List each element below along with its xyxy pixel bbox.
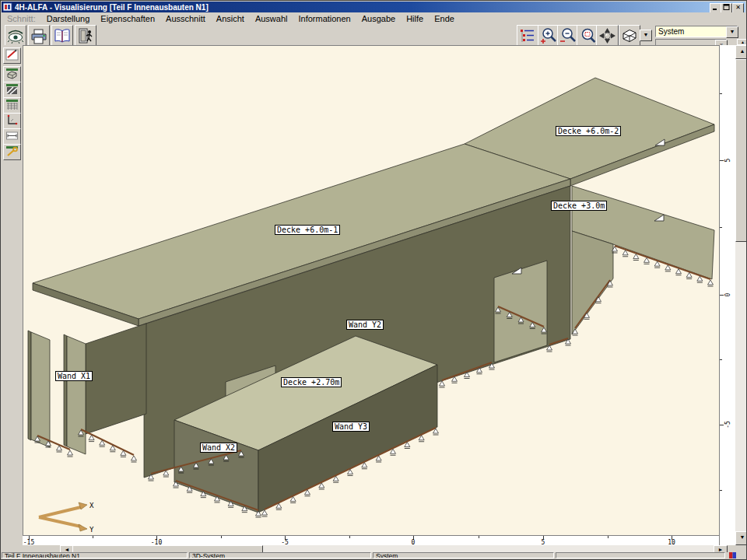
- title-bar[interactable]: 4H-ALFA - Visualisierung [Teil F Innenau…: [2, 2, 745, 12]
- display-options-button[interactable]: [517, 25, 538, 47]
- element-tag-label[interactable]: Wand Y3: [332, 422, 370, 432]
- axis-y-label: Y: [89, 526, 94, 534]
- axis-x-label: X: [89, 502, 94, 509]
- vertical-scrollbar[interactable]: ▲ ▼: [735, 45, 747, 545]
- zoom-in-button[interactable]: [538, 25, 559, 47]
- ruler-minor-tick: [720, 359, 722, 360]
- status-project: Teil F Innenausbauten N1: [2, 552, 188, 558]
- wall-opening-2[interactable]: [494, 261, 547, 362]
- system-combobox-value: System: [658, 27, 684, 36]
- ruler-tick-label: 5: [724, 154, 732, 166]
- axis-y-arrow: [39, 517, 81, 527]
- book-icon: [53, 26, 72, 45]
- zoom-out-button[interactable]: [557, 25, 579, 47]
- menu-hilfe[interactable]: Hilfe: [401, 14, 429, 23]
- scroll-up-button[interactable]: ▲: [735, 45, 747, 59]
- manual-button[interactable]: [51, 25, 73, 47]
- menu-bar: Schnitt: Darstellung Eigenschaften Aussc…: [2, 12, 745, 24]
- menu-darstellung[interactable]: Darstellung: [41, 14, 96, 23]
- menu-eigenschaften[interactable]: Eigenschaften: [95, 14, 160, 23]
- settings-tools-button[interactable]: [3, 144, 21, 160]
- view-3d-dropdown[interactable]: ▼: [640, 30, 652, 41]
- application-window: 4H-ALFA - Visualisierung [Teil F Innenau…: [0, 0, 747, 560]
- left-inner-wall[interactable]: [86, 324, 146, 434]
- status-extra: [556, 552, 725, 558]
- ruler-tick-label: -5: [724, 418, 732, 431]
- support-symbol: [262, 510, 268, 515]
- status-indicator-icon: [729, 552, 737, 558]
- display-list-icon: [518, 26, 537, 45]
- mesh-grid-icon: [5, 99, 19, 110]
- wall-base-line: [81, 429, 134, 455]
- zoom-window-button[interactable]: [577, 25, 598, 47]
- axes-icon: [5, 114, 19, 126]
- menu-ansicht[interactable]: Ansicht: [211, 14, 250, 23]
- ruler-minor-tick: [479, 536, 479, 538]
- exit-door-icon: [76, 26, 95, 45]
- scroll-down-button[interactable]: ▼: [735, 531, 747, 545]
- scene-3d-view[interactable]: XY: [23, 46, 719, 535]
- ruler-minor-tick: [720, 227, 722, 228]
- zoom-out-icon: [559, 26, 577, 45]
- ruler-tick-label: -15: [23, 539, 39, 545]
- dimensions-icon: [5, 130, 19, 142]
- ruler-major-tick: [720, 425, 724, 425]
- menu-auswahl[interactable]: Auswahl: [250, 14, 293, 23]
- exit-button[interactable]: [75, 25, 96, 47]
- support-symbol: [132, 456, 137, 460]
- wrench-icon: [5, 145, 19, 157]
- view-3d-button[interactable]: [619, 25, 640, 47]
- system-combobox-dropdown[interactable]: ▼: [726, 26, 738, 38]
- right-wall-strip[interactable]: [572, 231, 613, 334]
- vertical-ruler: 50-5: [719, 45, 735, 545]
- horizontal-ruler: -15-10-50510: [23, 535, 719, 545]
- render-hatched-button[interactable]: [3, 82, 21, 98]
- ruler-major-tick: [720, 295, 724, 296]
- show-dimensions-button[interactable]: [3, 128, 21, 145]
- print-button[interactable]: [28, 25, 50, 47]
- ruler-tick-label: 5: [533, 539, 553, 545]
- element-tag-label[interactable]: Decke +6.0m-2: [556, 126, 621, 136]
- ruler-major-tick: [720, 160, 724, 161]
- status-system-type: 3D-System: [189, 552, 371, 558]
- drawing-canvas[interactable]: XY Decke +6.0m-2Decke +3.0mDecke +6.0m-1…: [23, 45, 719, 535]
- render-solid-button[interactable]: [3, 66, 21, 82]
- printer-icon: [30, 26, 48, 45]
- element-tag-label[interactable]: Wand X1: [55, 371, 93, 381]
- zoom-window-icon: [578, 26, 597, 45]
- status-bar: Teil F Innenausbauten N1 3D-System Syste…: [1, 552, 747, 559]
- support-symbol: [440, 381, 445, 386]
- pan-pad-icon: [598, 26, 617, 45]
- ruler-tick-label: 10: [661, 539, 682, 545]
- view-eye-button[interactable]: [5, 25, 26, 47]
- menu-ausschnitt[interactable]: Ausschnitt: [160, 14, 211, 23]
- solid-box-icon: [5, 68, 19, 79]
- ruler-tick-label: -5: [275, 539, 295, 545]
- show-axes-button[interactable]: [3, 113, 21, 129]
- ruler-minor-tick: [720, 93, 722, 94]
- left-panel-a[interactable]: [31, 332, 50, 447]
- eye-icon: [6, 26, 25, 45]
- menu-ende[interactable]: Ende: [429, 14, 460, 23]
- redraw-button[interactable]: [3, 47, 21, 64]
- ruler-tick-label: 0: [403, 539, 423, 545]
- render-mesh-button[interactable]: [3, 97, 21, 114]
- element-tag-label[interactable]: Decke +2.70m: [281, 377, 342, 387]
- pan-control[interactable]: [596, 25, 619, 47]
- side-toolbar: [1, 45, 23, 553]
- element-tag-label[interactable]: Decke +6.0m-1: [275, 225, 340, 235]
- ruler-minor-tick: [221, 536, 222, 538]
- left-panel-b-edge[interactable]: [64, 334, 67, 446]
- zoom-in-icon: [539, 26, 558, 45]
- vertical-scroll-thumb[interactable]: [735, 59, 747, 242]
- element-tag-label[interactable]: Wand Y2: [346, 320, 384, 330]
- left-panel-a-edge[interactable]: [28, 331, 31, 440]
- ruler-minor-tick: [349, 536, 350, 538]
- element-tag-label[interactable]: Wand X2: [200, 443, 237, 453]
- support-symbol: [68, 450, 73, 455]
- menu-ausgabe[interactable]: Ausgabe: [356, 14, 401, 23]
- menu-informationen[interactable]: Informationen: [293, 14, 356, 23]
- element-tag-label[interactable]: Decke +3.0m: [551, 201, 607, 211]
- axis-y-arrowhead: [79, 524, 87, 531]
- support-symbol: [708, 280, 714, 285]
